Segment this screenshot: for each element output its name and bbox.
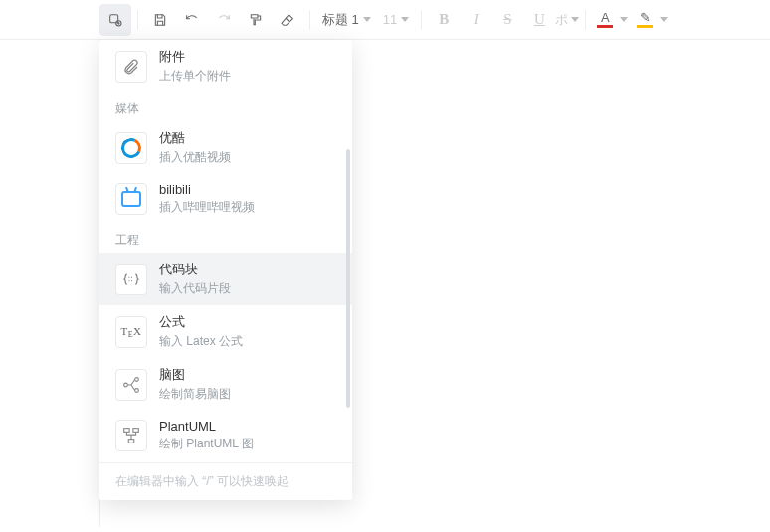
plantuml-icon bbox=[115, 420, 147, 451]
svg-point-3 bbox=[135, 377, 139, 381]
font-size-label: 11 bbox=[383, 12, 397, 27]
menu-item-formula[interactable]: TEX 公式 输入 Latex 公式 bbox=[99, 305, 352, 358]
menu-item-title: 公式 bbox=[159, 313, 243, 331]
toolbar: 标题 1 11 B I S U ポ A ✎ bbox=[0, 0, 770, 40]
redo-button[interactable] bbox=[208, 4, 240, 36]
svg-point-4 bbox=[135, 388, 139, 392]
insert-dropdown: 附件 上传单个附件 媒体 优酷 插入优酷视频 bilibili 插入哔哩哔哩视频… bbox=[99, 40, 352, 500]
highlight-color-bar bbox=[637, 25, 653, 28]
chevron-down-icon bbox=[660, 17, 668, 22]
menu-item-title: 代码块 bbox=[159, 261, 231, 278]
svg-rect-7 bbox=[128, 440, 134, 443]
bilibili-icon bbox=[115, 183, 147, 215]
menu-item-plantuml[interactable]: PlantUML 绘制 PlantUML 图 bbox=[99, 411, 352, 460]
youku-icon bbox=[115, 132, 147, 164]
dropdown-hint: 在编辑器中输入 “/” 可以快速唤起 bbox=[99, 462, 352, 500]
separator bbox=[421, 10, 422, 30]
bold-button[interactable]: B bbox=[428, 4, 460, 36]
paperclip-icon bbox=[115, 51, 147, 83]
menu-item-mindmap[interactable]: 脑图 绘制简易脑图 bbox=[99, 358, 352, 411]
scrollbar-thumb[interactable] bbox=[346, 149, 350, 408]
menu-item-desc: 插入优酷视频 bbox=[159, 149, 231, 166]
eraser-button[interactable] bbox=[272, 4, 303, 36]
menu-item-bilibili[interactable]: bilibili 插入哔哩哔哩视频 bbox=[99, 174, 352, 224]
save-button[interactable] bbox=[144, 4, 176, 36]
text-color-bar bbox=[597, 25, 613, 28]
menu-item-title: bilibili bbox=[159, 182, 255, 197]
menu-item-youku[interactable]: 优酷 插入优酷视频 bbox=[99, 121, 352, 174]
chevron-down-icon bbox=[571, 17, 579, 22]
menu-item-desc: 输入 Latex 公式 bbox=[159, 333, 243, 350]
strikethrough-button[interactable]: S bbox=[491, 4, 523, 36]
menu-item-desc: 上传单个附件 bbox=[159, 68, 231, 85]
font-size-select[interactable]: 11 bbox=[377, 4, 415, 36]
chevron-down-icon bbox=[363, 17, 371, 22]
chevron-down-icon bbox=[620, 17, 628, 22]
underline-button[interactable]: U bbox=[523, 4, 555, 36]
separator bbox=[309, 10, 310, 30]
mindmap-icon bbox=[115, 369, 147, 401]
italic-button[interactable]: I bbox=[460, 4, 491, 36]
script-button[interactable]: ポ bbox=[555, 11, 579, 29]
highlight-icon: ✎ bbox=[640, 11, 651, 24]
menu-item-title: PlantUML bbox=[159, 419, 254, 434]
svg-point-2 bbox=[124, 383, 128, 387]
chevron-down-icon bbox=[401, 17, 409, 22]
text-color-button[interactable]: A bbox=[592, 4, 632, 36]
format-painter-button[interactable] bbox=[240, 4, 272, 36]
menu-item-desc: 插入哔哩哔哩视频 bbox=[159, 199, 255, 216]
section-label-media: 媒体 bbox=[99, 92, 352, 121]
undo-button[interactable] bbox=[176, 4, 208, 36]
menu-item-desc: 绘制简易脑图 bbox=[159, 386, 231, 403]
menu-item-attachment[interactable]: 附件 上传单个附件 bbox=[99, 40, 352, 92]
highlight-color-button[interactable]: ✎ bbox=[632, 4, 672, 36]
insert-menu-button[interactable] bbox=[99, 4, 131, 36]
menu-item-title: 脑图 bbox=[159, 366, 231, 384]
code-block-icon bbox=[115, 264, 147, 295]
menu-item-code-block[interactable]: 代码块 输入代码片段 bbox=[99, 253, 352, 305]
heading-select-label: 标题 1 bbox=[322, 11, 359, 29]
svg-rect-5 bbox=[124, 429, 130, 433]
menu-item-desc: 绘制 PlantUML 图 bbox=[159, 436, 254, 452]
menu-item-title: 附件 bbox=[159, 48, 231, 66]
section-label-engineering: 工程 bbox=[99, 224, 352, 253]
separator bbox=[137, 10, 138, 30]
menu-item-title: 优酷 bbox=[159, 129, 231, 147]
svg-rect-6 bbox=[133, 429, 139, 433]
tex-icon: TEX bbox=[115, 316, 147, 348]
separator bbox=[585, 10, 586, 30]
text-color-glyph: A bbox=[601, 11, 610, 24]
heading-select[interactable]: 标题 1 bbox=[316, 4, 377, 36]
menu-item-desc: 输入代码片段 bbox=[159, 280, 231, 297]
